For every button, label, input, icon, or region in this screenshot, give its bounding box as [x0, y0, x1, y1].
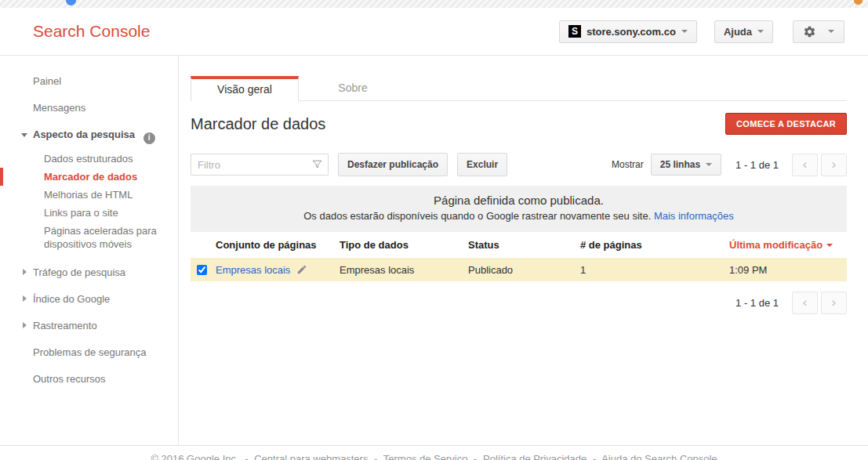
prev-page-button[interactable]: ‹: [792, 292, 818, 314]
column-header-label: Última modificação: [729, 239, 823, 251]
show-label: Mostrar: [612, 159, 644, 170]
app-title[interactable]: Search Console: [33, 22, 150, 41]
sidebar-nav: Painel Mensagens Aspecto da pesquisa i D…: [0, 56, 179, 445]
sort-descending-icon: [826, 244, 833, 247]
sidebar-item-label: Dados estruturados: [44, 153, 133, 165]
sidebar-item-trafego-de-pesquisa[interactable]: Tráfego de pesquisa: [0, 259, 178, 286]
notice-title: Página definida como publicada.: [198, 194, 839, 207]
main-content: Visão geral Sobre Marcador de dados COME…: [180, 56, 868, 445]
unpublish-button[interactable]: Desfazer publicação: [338, 153, 448, 176]
title-row: Marcador de dados COMECE A DESTACAR: [191, 112, 847, 136]
triangle-right-icon: [23, 295, 27, 302]
published-notice: Página definida como publicada. Os dados…: [191, 186, 847, 232]
site-selector-dropdown[interactable]: S store.sony.com.co: [559, 20, 697, 43]
column-header-page-count[interactable]: # de páginas: [580, 239, 729, 251]
footer-link-webmasters[interactable]: Central para webmasters: [254, 453, 368, 460]
notice-text: Os dados estarão disponíveis quando o Go…: [303, 210, 651, 222]
triangle-right-icon: [23, 269, 27, 275]
row-page-count-cell: 1: [580, 264, 729, 276]
copyright-text: © 2016 Google Inc.: [151, 453, 238, 460]
header-controls: S store.sony.com.co Ajuda: [559, 20, 844, 43]
sidebar-item-dados-estruturados[interactable]: Dados estruturados: [0, 150, 176, 168]
column-header-page-set[interactable]: Conjunto de páginas: [216, 239, 340, 251]
cutoff-toolbar-strip: [0, 0, 868, 8]
sidebar-item-melhorias-de-html[interactable]: Melhorias de HTML: [0, 186, 176, 204]
toolbar-right: Mostrar 25 linhas 1 - 1 de 1 ‹ ›: [612, 154, 847, 176]
chevron-down-icon: [706, 163, 712, 166]
sidebar-item-label: Melhorias de HTML: [44, 189, 133, 201]
settings-dropdown[interactable]: [793, 20, 844, 43]
tab-visao-geral[interactable]: Visão geral: [191, 76, 299, 101]
footer-link-privacy[interactable]: Política de Privacidade: [483, 453, 587, 460]
sidebar-item-problemas-de-seguranca[interactable]: Problemas de segurança: [0, 339, 178, 366]
footer-separator: -: [474, 453, 477, 460]
sidebar-item-mensagens[interactable]: Mensagens: [0, 95, 178, 121]
sidebar-item-label: Links para o site: [44, 207, 118, 219]
page-set-link[interactable]: Empresas locais: [216, 264, 290, 276]
row-checkbox-cell: [191, 265, 216, 275]
filter-field-wrap: [191, 154, 329, 176]
sidebar-item-label: Problemas de segurança: [33, 346, 147, 358]
row-last-modified-cell: 1:09 PM: [729, 264, 847, 276]
cutoff-blue-icon: [66, 0, 76, 5]
sidebar-item-label: Painel: [33, 75, 61, 87]
more-info-link[interactable]: Mais informações: [654, 210, 734, 222]
sidebar-item-marcador-de-dados[interactable]: Marcador de dados: [0, 168, 176, 186]
sidebar-item-label: Outros recursos: [33, 373, 105, 385]
sidebar-item-label: Índice do Google: [33, 293, 110, 305]
footer-link-terms[interactable]: Termos de Serviço: [383, 453, 468, 460]
edit-pencil-icon[interactable]: [296, 264, 307, 275]
delete-button[interactable]: Excluir: [457, 153, 507, 176]
tab-sobre[interactable]: Sobre: [299, 76, 407, 101]
column-header-status[interactable]: Status: [468, 239, 580, 251]
nav-spacer: [0, 253, 178, 259]
chevron-down-icon: [757, 30, 764, 33]
bottom-pagination: 1 - 1 de 1 ‹ ›: [191, 292, 847, 314]
start-highlighting-button[interactable]: COMECE A DESTACAR: [725, 113, 847, 135]
tab-bar-filler: [407, 76, 847, 101]
toolbar: Desfazer publicação Excluir Mostrar 25 l…: [191, 153, 847, 176]
filter-input[interactable]: [191, 154, 329, 176]
next-page-button[interactable]: ›: [821, 154, 847, 176]
row-status-cell: Publicado: [468, 264, 580, 276]
table-header-row: Conjunto de páginas Tipo de dados Status…: [191, 232, 847, 258]
column-header-data-type[interactable]: Tipo de dados: [340, 239, 468, 251]
page-footer: © 2016 Google Inc. - Central para webmas…: [0, 445, 868, 460]
sort-last-modified[interactable]: Última modificação: [729, 239, 833, 251]
sidebar-item-rastreamento[interactable]: Rastreamento: [0, 313, 178, 339]
app-header: Search Console S store.sony.com.co Ajuda: [0, 8, 868, 56]
sidebar-item-indice-do-google[interactable]: Índice do Google: [0, 286, 178, 313]
footer-link-help[interactable]: Ajuda do Search Console: [601, 453, 717, 460]
footer-separator: -: [245, 453, 248, 460]
info-icon[interactable]: i: [143, 132, 155, 144]
column-header-last-modified: Última modificação: [729, 239, 847, 251]
sidebar-item-aspecto-da-pesquisa[interactable]: Aspecto da pesquisa i: [0, 121, 178, 150]
sidebar-item-label: Tráfego de pesquisa: [33, 266, 125, 278]
pagination-range: 1 - 1 de 1: [735, 159, 779, 171]
triangle-right-icon: [23, 322, 27, 328]
table-row: Empresas locais Empresas locais Publicad…: [191, 258, 847, 281]
row-page-set-cell: Empresas locais: [216, 264, 340, 276]
footer-separator: -: [593, 453, 596, 460]
prev-page-button[interactable]: ‹: [792, 154, 818, 176]
page-title: Marcador de dados: [191, 115, 325, 133]
site-favicon: S: [568, 25, 581, 38]
sidebar-item-label: Mensagens: [33, 102, 85, 114]
rows-per-page-dropdown[interactable]: 25 linhas: [651, 154, 721, 176]
triangle-down-icon: [21, 133, 27, 137]
sidebar-item-outros-recursos[interactable]: Outros recursos: [0, 366, 178, 393]
sidebar-item-label: Rastreamento: [33, 320, 97, 331]
notice-body: Os dados estarão disponíveis quando o Go…: [198, 210, 839, 222]
footer-separator: -: [374, 453, 377, 460]
help-label: Ajuda: [724, 26, 752, 38]
sidebar-item-paginas-aceleradas[interactable]: Páginas aceleradas para dispositivos móv…: [0, 222, 176, 253]
sidebar-item-links-para-o-site[interactable]: Links para o site: [0, 204, 176, 222]
help-dropdown[interactable]: Ajuda: [714, 20, 773, 43]
sidebar-item-label: Aspecto da pesquisa: [33, 129, 135, 140]
sidebar-item-painel[interactable]: Painel: [0, 68, 178, 95]
next-page-button[interactable]: ›: [821, 292, 847, 314]
row-checkbox[interactable]: [197, 265, 207, 275]
rows-per-page-value: 25 linhas: [660, 159, 700, 170]
pagination-range: 1 - 1 de 1: [735, 297, 779, 309]
filter-funnel-icon: [311, 158, 323, 173]
